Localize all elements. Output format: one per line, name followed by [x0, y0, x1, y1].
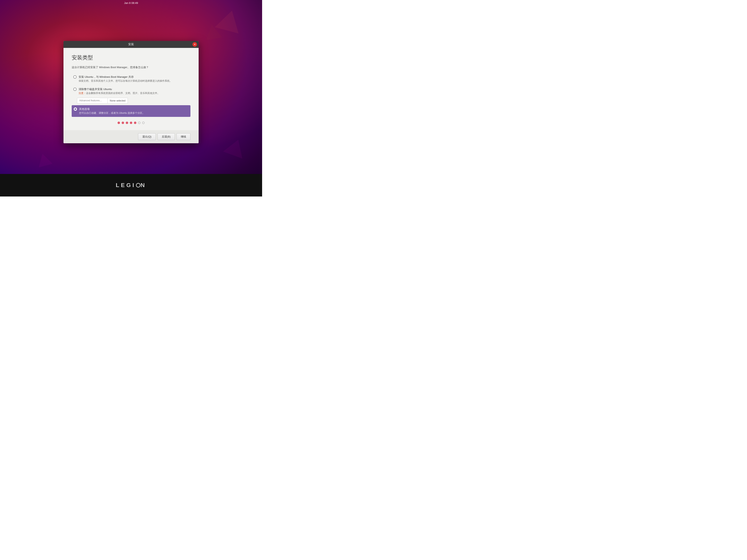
modal-overlay: 安装 × 安装类型 这台计算机已经安装了 Windows Boot Manage… [0, 0, 262, 196]
modal-title-label: 安装 [128, 43, 134, 46]
progress-dot-2 [122, 122, 124, 124]
option-other-row[interactable]: 其他选项 您可以自己创建、调整分区，或者为 Ubuntu 选择多个分区。 [72, 105, 190, 117]
warning-text: 注意： [79, 92, 86, 95]
continue-button[interactable]: 继续 [177, 133, 190, 140]
option-other-group: 其他选项 您可以自己创建、调整分区，或者为 Ubuntu 选择多个分区。 [72, 105, 190, 117]
modal-titlebar: 安装 × [63, 41, 199, 48]
datetime-display: Jan 8 08:49 [124, 1, 138, 4]
advanced-features-value: None selected [108, 98, 128, 104]
modal-footer: 退出(Q) 后退(B) 继续 [63, 130, 199, 143]
option-erase-group: 清除整个磁盘并安装 Ubuntu 注意：这会删除所有系统里面的全部程序、文档、照… [72, 86, 190, 104]
back-button[interactable]: 后退(B) [157, 133, 175, 140]
brand-name: LEGIN [116, 182, 147, 188]
progress-dot-5 [134, 122, 136, 124]
option-other-desc: 您可以自己创建、调整分区，或者为 Ubuntu 选择多个分区。 [79, 111, 188, 115]
advanced-features-input[interactable]: Advanced features... [77, 98, 108, 104]
brand-o-icon [136, 183, 140, 187]
option-dual-boot-row[interactable]: 安装 Ubuntu，与 Windows Boot Manager 共存 保留文档… [72, 74, 190, 84]
radio-dual-boot[interactable] [73, 75, 77, 79]
radio-erase[interactable] [73, 88, 77, 91]
modal-body: 安装类型 这台计算机已经安装了 Windows Boot Manager。您准备… [63, 48, 199, 130]
page-title: 安装类型 [72, 54, 190, 61]
close-button[interactable]: × [192, 42, 197, 47]
option-erase-label: 清除整个磁盘并安装 Ubuntu [79, 87, 189, 91]
brand-text-n: N [141, 182, 147, 188]
install-dialog: 安装 × 安装类型 这台计算机已经安装了 Windows Boot Manage… [63, 41, 199, 143]
option-other-content: 其他选项 您可以自己创建、调整分区，或者为 Ubuntu 选择多个分区。 [79, 107, 188, 115]
close-icon: × [194, 43, 195, 46]
progress-dot-6 [138, 122, 140, 124]
option-erase-content: 清除整个磁盘并安装 Ubuntu 注意：这会删除所有系统里面的全部程序、文档、照… [79, 87, 189, 95]
progress-dot-3 [126, 122, 128, 124]
radio-other[interactable] [74, 107, 77, 111]
quit-button[interactable]: 退出(Q) [138, 133, 156, 140]
page-description: 这台计算机已经安装了 Windows Boot Manager。您准备怎么做？ [72, 65, 190, 70]
bottom-bar: LEGIN [0, 174, 262, 196]
option-erase-desc: 注意：这会删除所有系统里面的全部程序、文档、照片、音乐和其他文件。 [79, 91, 189, 95]
progress-dot-7 [142, 122, 145, 124]
option-dual-boot-desc: 保留文档、音乐和其他个人文件。您可以在每次计算机启动时选择要进入的操作系统。 [79, 79, 189, 83]
progress-dots [72, 118, 190, 126]
option-dual-boot-content: 安装 Ubuntu，与 Windows Boot Manager 共存 保留文档… [79, 75, 189, 83]
progress-dot-1 [118, 122, 120, 124]
option-erase-row[interactable]: 清除整个磁盘并安装 Ubuntu 注意：这会删除所有系统里面的全部程序、文档、照… [72, 86, 190, 97]
top-bar: Jan 8 08:49 [0, 0, 262, 6]
advanced-features-row: Advanced features... None selected [77, 98, 190, 104]
option-other-label: 其他选项 [79, 107, 188, 111]
brand-text-legi: LEGI [116, 182, 135, 188]
option-dual-boot-group: 安装 Ubuntu，与 Windows Boot Manager 共存 保留文档… [72, 74, 190, 84]
progress-dot-4 [130, 122, 132, 124]
option-dual-boot-label: 安装 Ubuntu，与 Windows Boot Manager 共存 [79, 75, 189, 79]
